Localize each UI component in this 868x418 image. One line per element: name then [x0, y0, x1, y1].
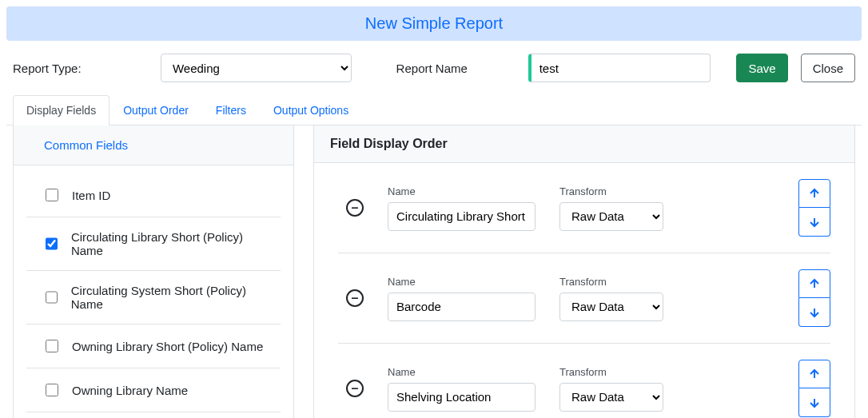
field-display-order-panel: Field Display Order NameTransformRaw Dat… [313, 125, 855, 418]
transform-label: Transform [559, 276, 663, 288]
field-label: Item ID [72, 189, 110, 202]
field-label: Circulating Library Short (Policy) Name [71, 230, 265, 257]
transform-label: Transform [559, 185, 663, 197]
field-label: Owning Library Short (Policy) Name [72, 340, 263, 353]
report-type-label: Report Type: [13, 62, 148, 75]
close-button[interactable]: Close [801, 54, 855, 82]
field-display-order-header: Field Display Order [314, 125, 854, 163]
name-label: Name [388, 276, 536, 288]
field-checkbox[interactable] [46, 237, 58, 250]
name-label: Name [388, 366, 536, 378]
order-row: NameTransformRaw Data [338, 344, 830, 418]
move-up-button[interactable] [798, 269, 830, 298]
arrow-down-icon [808, 306, 821, 319]
field-label: Owning Library Name [72, 384, 188, 397]
tab-filters[interactable]: Filters [202, 95, 260, 125]
tab-display-fields[interactable]: Display Fields [13, 95, 109, 125]
report-config-row: Report Type: Weeding Report Name Save Cl… [6, 54, 862, 95]
common-fields-panel: Common Fields Item IDCirculating Library… [13, 125, 294, 418]
field-checkbox[interactable] [46, 189, 58, 201]
order-row: NameTransformRaw Data [338, 163, 830, 253]
arrow-down-icon [808, 216, 821, 229]
move-up-button[interactable] [798, 179, 830, 208]
tab-output-order[interactable]: Output Order [109, 95, 202, 125]
field-item: Last Circulated Date / Time [26, 412, 281, 418]
name-input[interactable] [388, 383, 536, 412]
field-item: Owning Library Name [26, 368, 281, 412]
report-name-label: Report Name [396, 62, 516, 75]
transform-select[interactable]: Raw Data [559, 293, 663, 321]
field-checkbox[interactable] [46, 291, 58, 304]
name-input[interactable] [388, 293, 536, 321]
move-down-button[interactable] [798, 208, 830, 237]
arrow-up-icon [808, 368, 821, 380]
move-down-button[interactable] [798, 388, 830, 417]
field-item: Circulating Library Short (Policy) Name [26, 217, 281, 271]
transform-label: Transform [559, 366, 663, 378]
arrow-up-icon [808, 187, 821, 200]
report-name-input[interactable] [528, 54, 711, 82]
move-down-button[interactable] [798, 298, 830, 327]
save-button[interactable]: Save [736, 54, 787, 82]
field-item: Owning Library Short (Policy) Name [26, 324, 281, 368]
page-title: New Simple Report [6, 6, 862, 41]
report-type-select[interactable]: Weeding [161, 54, 352, 82]
field-item: Item ID [26, 173, 281, 217]
name-label: Name [388, 185, 536, 197]
transform-select[interactable]: Raw Data [559, 202, 663, 231]
remove-icon[interactable] [346, 380, 364, 397]
transform-select[interactable]: Raw Data [559, 383, 663, 412]
remove-icon[interactable] [346, 289, 364, 307]
move-up-button[interactable] [798, 360, 830, 388]
name-input[interactable] [388, 202, 536, 231]
field-checkbox[interactable] [46, 384, 58, 396]
field-item: Circulating System Short (Policy) Name [26, 271, 281, 324]
remove-icon[interactable] [346, 199, 364, 217]
common-fields-header[interactable]: Common Fields [14, 125, 293, 165]
field-label: Circulating System Short (Policy) Name [71, 284, 265, 311]
order-row: NameTransformRaw Data [338, 253, 830, 344]
arrow-up-icon [808, 277, 821, 290]
arrow-down-icon [808, 396, 821, 409]
tab-output-options[interactable]: Output Options [260, 95, 362, 125]
tab-bar: Display Fields Output Order Filters Outp… [6, 95, 862, 125]
field-checkbox[interactable] [46, 340, 58, 352]
